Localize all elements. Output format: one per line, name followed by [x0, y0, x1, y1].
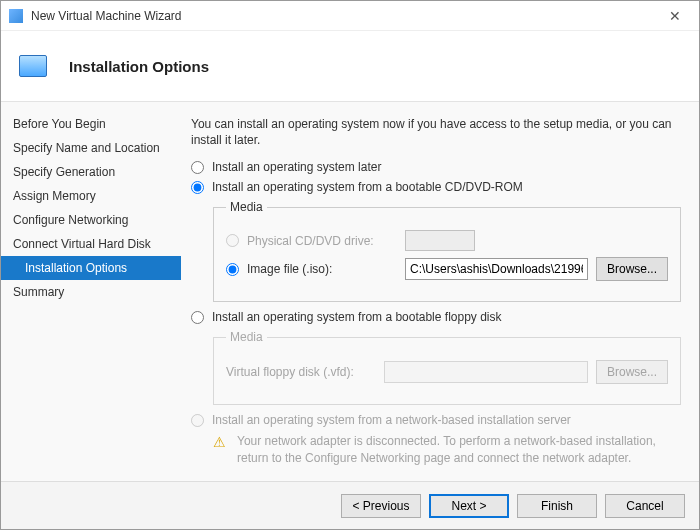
option-install-floppy[interactable]: Install an operating system from a boota… — [191, 310, 681, 324]
physical-drive-select — [405, 230, 475, 251]
option-install-cd-label: Install an operating system from a boota… — [212, 180, 523, 194]
media-cd-group: Media Physical CD/DVD drive: Image file … — [213, 200, 681, 302]
header-title: Installation Options — [69, 58, 209, 75]
option-install-network: Install an operating system from a netwo… — [191, 413, 681, 427]
browse-iso-button[interactable]: Browse... — [596, 257, 668, 281]
titlebar: New Virtual Machine Wizard ✕ — [1, 1, 699, 31]
network-warning: ⚠ Your network adapter is disconnected. … — [213, 433, 681, 465]
cancel-button[interactable]: Cancel — [605, 494, 685, 518]
row-image-file: Image file (.iso): Browse... — [226, 257, 668, 281]
row-vfd: Virtual floppy disk (.vfd): Browse... — [226, 360, 668, 384]
close-icon[interactable]: ✕ — [659, 6, 691, 26]
body: Before You Begin Specify Name and Locati… — [1, 102, 699, 481]
option-install-network-label: Install an operating system from a netwo… — [212, 413, 571, 427]
sidebar: Before You Begin Specify Name and Locati… — [1, 102, 181, 481]
sidebar-item-specify-generation[interactable]: Specify Generation — [1, 160, 181, 184]
sidebar-item-before-you-begin[interactable]: Before You Begin — [1, 112, 181, 136]
row-physical-drive: Physical CD/DVD drive: — [226, 230, 668, 251]
warning-icon: ⚠ — [213, 433, 229, 447]
app-icon — [9, 9, 23, 23]
radio-install-later[interactable] — [191, 161, 204, 174]
image-file-label: Image file (.iso): — [247, 262, 397, 276]
media-floppy-group: Media Virtual floppy disk (.vfd): Browse… — [213, 330, 681, 405]
sidebar-item-summary[interactable]: Summary — [1, 280, 181, 304]
media-cd-legend: Media — [226, 200, 267, 214]
vfd-label: Virtual floppy disk (.vfd): — [226, 365, 376, 379]
sidebar-item-configure-networking[interactable]: Configure Networking — [1, 208, 181, 232]
wizard-window: New Virtual Machine Wizard ✕ Installatio… — [0, 0, 700, 530]
sidebar-item-specify-name[interactable]: Specify Name and Location — [1, 136, 181, 160]
monitor-icon — [19, 55, 47, 77]
footer: < Previous Next > Finish Cancel — [1, 481, 699, 529]
radio-install-cd[interactable] — [191, 181, 204, 194]
content: You can install an operating system now … — [181, 102, 699, 481]
sidebar-item-installation-options[interactable]: Installation Options — [1, 256, 181, 280]
option-install-cd[interactable]: Install an operating system from a boota… — [191, 180, 681, 194]
intro-text: You can install an operating system now … — [191, 116, 681, 148]
physical-drive-label: Physical CD/DVD drive: — [247, 234, 397, 248]
browse-vfd-button: Browse... — [596, 360, 668, 384]
next-button[interactable]: Next > — [429, 494, 509, 518]
option-install-later-label: Install an operating system later — [212, 160, 381, 174]
network-warning-text: Your network adapter is disconnected. To… — [237, 433, 681, 465]
header: Installation Options — [1, 31, 699, 101]
previous-button[interactable]: < Previous — [341, 494, 421, 518]
window-title: New Virtual Machine Wizard — [31, 9, 182, 23]
sidebar-item-assign-memory[interactable]: Assign Memory — [1, 184, 181, 208]
vfd-input — [384, 361, 588, 383]
option-install-later[interactable]: Install an operating system later — [191, 160, 681, 174]
sidebar-item-connect-vhd[interactable]: Connect Virtual Hard Disk — [1, 232, 181, 256]
finish-button[interactable]: Finish — [517, 494, 597, 518]
radio-physical-drive — [226, 234, 239, 247]
radio-image-file[interactable] — [226, 263, 239, 276]
media-floppy-legend: Media — [226, 330, 267, 344]
option-install-floppy-label: Install an operating system from a boota… — [212, 310, 502, 324]
radio-install-network — [191, 414, 204, 427]
image-file-input[interactable] — [405, 258, 588, 280]
radio-install-floppy[interactable] — [191, 311, 204, 324]
